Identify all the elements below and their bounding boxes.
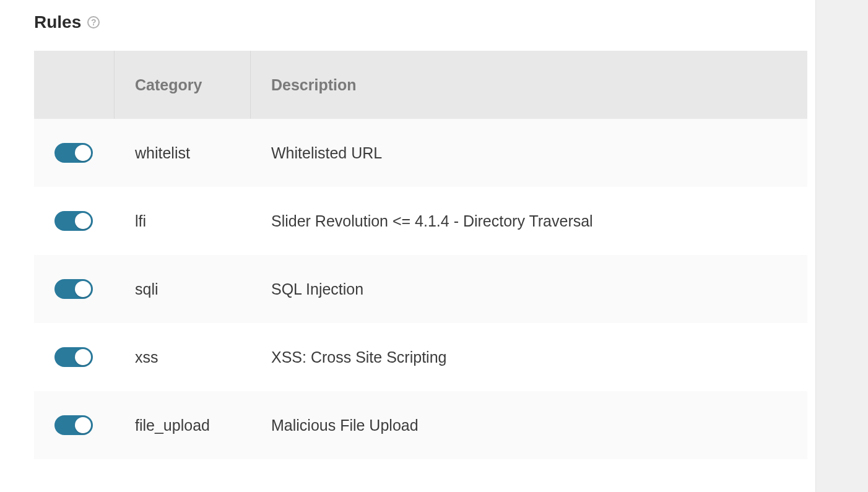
section-header: Rules ?	[0, 12, 815, 32]
table-row: whitelist Whitelisted URL	[34, 119, 807, 187]
toggle-sqli[interactable]	[54, 279, 93, 299]
header-toggle-col	[34, 51, 115, 119]
category-header-label: Category	[135, 76, 202, 94]
table-row: file_upload Malicious File Upload	[34, 391, 807, 459]
description-header-label: Description	[271, 76, 357, 94]
rules-table: Category Description whitelist	[34, 51, 807, 459]
section-title: Rules	[34, 12, 81, 32]
table-body: whitelist Whitelisted URL lfi	[34, 119, 807, 459]
table-row: xss XSS: Cross Site Scripting	[34, 323, 807, 391]
header-description-col: Description	[251, 51, 807, 119]
category-cell: file_upload	[135, 416, 210, 434]
right-sidebar	[816, 0, 868, 492]
toggle-knob-icon	[75, 281, 91, 297]
description-cell: SQL Injection	[271, 280, 363, 298]
description-cell: XSS: Cross Site Scripting	[271, 348, 446, 366]
table-header-row: Category Description	[34, 51, 807, 119]
table-row: sqli SQL Injection	[34, 255, 807, 323]
description-cell: Slider Revolution <= 4.1.4 - Directory T…	[271, 212, 593, 230]
category-cell: sqli	[135, 280, 158, 298]
table-row: lfi Slider Revolution <= 4.1.4 - Directo…	[34, 187, 807, 255]
category-cell: whitelist	[135, 144, 190, 162]
toggle-knob-icon	[75, 213, 91, 229]
main-content: Rules ? Category Description	[0, 0, 816, 492]
toggle-lfi[interactable]	[54, 211, 93, 231]
toggle-knob-icon	[75, 349, 91, 365]
help-icon[interactable]: ?	[87, 16, 100, 28]
header-category-col: Category	[115, 51, 251, 119]
toggle-whitelist[interactable]	[54, 143, 93, 163]
toggle-knob-icon	[75, 145, 91, 161]
toggle-xss[interactable]	[54, 347, 93, 367]
description-cell: Whitelisted URL	[271, 144, 382, 162]
category-cell: xss	[135, 348, 158, 366]
toggle-file-upload[interactable]	[54, 415, 93, 435]
toggle-knob-icon	[75, 417, 91, 433]
description-cell: Malicious File Upload	[271, 416, 419, 434]
category-cell: lfi	[135, 212, 146, 230]
